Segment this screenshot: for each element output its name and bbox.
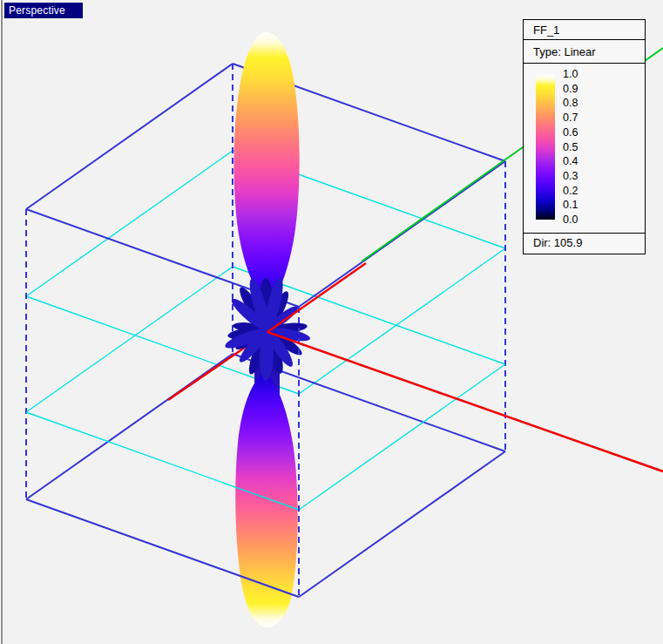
- grid-line: [26, 267, 233, 412]
- scale-tick-label: 0.0: [563, 214, 578, 226]
- scale-tick-label: 0.8: [563, 97, 578, 109]
- scale-tick-label: 0.3: [563, 170, 578, 182]
- legend-title: FF_1: [524, 20, 645, 40]
- grid-line: [26, 151, 233, 296]
- scale-tick-label: 0.6: [563, 126, 578, 139]
- colorbar-gradient: [536, 74, 555, 220]
- scale-tick-label: 0.9: [563, 83, 578, 95]
- box-edge: [299, 451, 505, 597]
- x-axis: [267, 263, 663, 471]
- scale-tick-label: 0.4: [563, 155, 578, 167]
- legend-colorbar-section: 1.00.90.80.70.60.50.40.30.20.10.0: [524, 64, 645, 234]
- box-edge: [299, 161, 505, 307]
- box-edge: [26, 354, 233, 499]
- view-label-tab[interactable]: Perspective: [4, 3, 83, 18]
- colorbar-scale-labels: 1.00.90.80.70.60.50.40.30.20.10.0: [563, 64, 615, 233]
- view-label: Perspective: [9, 4, 65, 17]
- main-lobe-bottom: [235, 370, 297, 627]
- scale-tick-label: 0.5: [563, 141, 578, 153]
- scale-tick-label: 0.7: [563, 112, 578, 124]
- box-edge: [26, 64, 233, 209]
- main-lobe-top: [233, 32, 299, 307]
- farfield-legend: FF_1 Type: Linear 1.00.90.80.70.60.50.40…: [523, 19, 646, 254]
- scale-tick-label: 0.2: [563, 185, 578, 197]
- grid-line: [299, 248, 505, 394]
- x-axis-line: [267, 332, 663, 471]
- scale-tick-label: 1.0: [563, 68, 578, 80]
- grid-line: [299, 364, 505, 510]
- scale-tick-label: 0.1: [563, 199, 578, 211]
- legend-scale-type: Type: Linear: [524, 40, 645, 64]
- legend-directivity: Dir: 105.9: [524, 234, 645, 254]
